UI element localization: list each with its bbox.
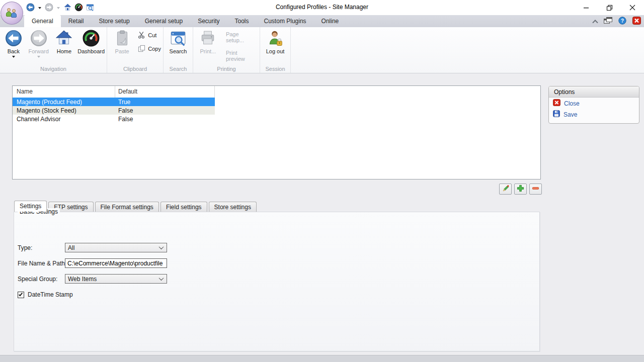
window-title: Configured Profiles - Site Manager: [0, 4, 644, 11]
options-panel-title: Options: [549, 86, 639, 98]
status-bar: [0, 355, 644, 362]
column-header-default[interactable]: Default: [118, 88, 137, 95]
ribbon-group-navigation: Back Forward Home Dashboard Navigation: [0, 27, 107, 73]
list-edit-toolbar: [499, 184, 542, 195]
remove-button[interactable]: [529, 184, 542, 195]
minimize-button[interactable]: [575, 0, 598, 15]
paste-button: Paste: [112, 27, 132, 54]
special-group-label: Special Group:: [18, 276, 57, 283]
chevron-down-icon: [159, 276, 164, 281]
edit-button[interactable]: [499, 184, 512, 195]
tab-store-settings[interactable]: Store settings: [209, 202, 257, 212]
minus-icon: [532, 185, 539, 194]
collapse-ribbon-icon[interactable]: [592, 20, 598, 25]
table-row[interactable]: Magento (Product Feed) True: [13, 98, 215, 106]
file-path-label: File Name & Path:: [18, 260, 66, 267]
tab-settings[interactable]: Settings: [14, 201, 47, 212]
forward-button: Forward: [25, 27, 53, 58]
help-icon[interactable]: ?: [618, 17, 626, 26]
tab-tools[interactable]: Tools: [227, 15, 257, 27]
close-action[interactable]: Close: [549, 98, 639, 109]
back-button[interactable]: Back: [3, 27, 25, 58]
users-icon: [6, 8, 19, 18]
profiles-list: Name Default Magento (Product Feed) True…: [12, 85, 541, 179]
tab-online[interactable]: Online: [314, 15, 347, 27]
close-red-icon: [553, 99, 560, 108]
tab-custom-plugins[interactable]: Custom Plugins: [257, 15, 314, 27]
tab-retail[interactable]: Retail: [61, 15, 92, 27]
ribbon-group-search: Search Search: [164, 27, 193, 73]
checkbox-checked-icon: [18, 292, 24, 298]
tab-security[interactable]: Security: [190, 15, 227, 27]
profiles-list-header: Name Default: [13, 86, 540, 98]
cut-button[interactable]: Cut: [136, 30, 163, 40]
datetime-stamp-checkbox[interactable]: DateTime Stamp: [18, 291, 73, 298]
print-preview-button: Print preview: [224, 49, 260, 63]
close-button[interactable]: [621, 0, 644, 15]
svg-text:?: ?: [621, 18, 624, 23]
add-button[interactable]: [514, 184, 527, 195]
home-button[interactable]: Home: [53, 27, 76, 58]
forward-menu-caret: [37, 56, 40, 58]
back-menu-caret[interactable]: [12, 56, 15, 58]
logout-button[interactable]: Log out: [262, 27, 289, 54]
print-button: Print...: [196, 27, 220, 63]
table-row[interactable]: Channel Advisor False: [13, 115, 215, 123]
plus-icon: [517, 185, 524, 194]
type-label: Type:: [18, 244, 32, 251]
save-action[interactable]: Save: [549, 109, 639, 120]
restore-button[interactable]: [598, 0, 621, 15]
pencil-icon: [502, 185, 510, 194]
ribbon-tab-strip: General Retail Store setup General setup…: [0, 15, 644, 27]
exit-icon[interactable]: [632, 17, 641, 26]
title-bar: Configured Profiles - Site Manager: [0, 0, 644, 15]
tab-general[interactable]: General: [24, 15, 61, 27]
options-panel: Options Close Save: [548, 86, 639, 124]
table-row[interactable]: Magento (Stock Feed) False: [13, 106, 215, 115]
file-path-input[interactable]: [65, 258, 167, 268]
column-header-name[interactable]: Name: [17, 88, 33, 95]
application-menu-button[interactable]: [1, 2, 23, 25]
ribbon-group-session: Log out Session: [260, 27, 291, 73]
type-dropdown[interactable]: All: [65, 243, 167, 252]
basic-settings-groupbox: Basic Settings Type: All File Name & Pat…: [14, 212, 540, 351]
special-group-dropdown[interactable]: Web Items: [65, 274, 167, 284]
tab-field-settings[interactable]: Field settings: [160, 202, 207, 212]
tab-general-setup[interactable]: General setup: [137, 15, 190, 27]
search-button[interactable]: Search: [166, 27, 191, 54]
dashboard-button[interactable]: Dashboard: [75, 27, 107, 58]
chevron-down-icon: [159, 244, 164, 249]
tab-store-setup[interactable]: Store setup: [91, 15, 137, 27]
ribbon-group-printing: Print... Page setup... Print preview Pri…: [193, 27, 260, 73]
ribbon-group-clipboard: Paste Cut Copy Clipboard: [107, 27, 164, 73]
ribbon: Back Forward Home Dashboard Navigation: [0, 27, 644, 73]
page-setup-button: Page setup...: [224, 30, 260, 44]
tab-file-format-settings[interactable]: File Format settings: [95, 202, 159, 212]
save-floppy-icon: [553, 110, 560, 119]
copy-button[interactable]: Copy: [136, 44, 163, 53]
cascade-windows-icon[interactable]: [603, 17, 612, 26]
